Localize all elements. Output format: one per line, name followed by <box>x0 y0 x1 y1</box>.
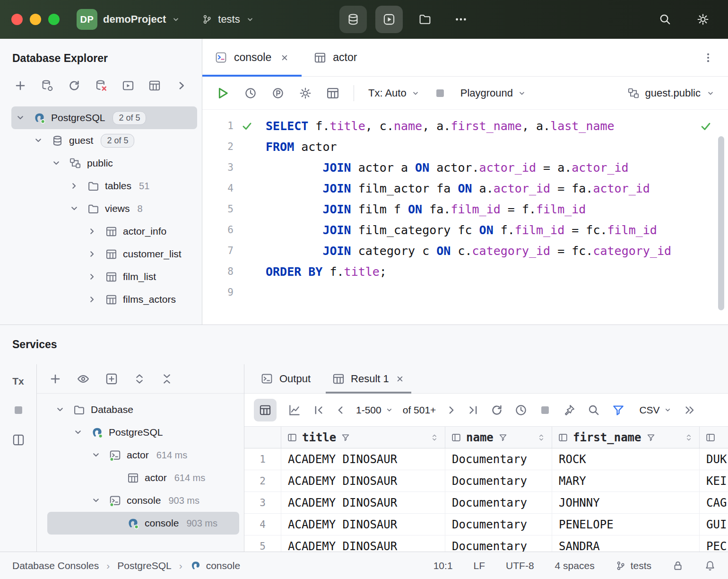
code-line-6[interactable]: 6 JOIN film_category fc ON f.film_id = f… <box>202 219 728 240</box>
run-widget-button[interactable] <box>375 6 403 33</box>
chevron-right-icon[interactable] <box>83 226 101 237</box>
table-cell[interactable]: ACADEMY DINOSAUR <box>281 470 445 491</box>
database-tool-button[interactable] <box>339 6 367 33</box>
table-cell[interactable]: ACADEMY DINOSAUR <box>281 492 445 513</box>
write-protect-button[interactable] <box>672 560 684 571</box>
chevron-down-icon[interactable] <box>65 203 83 214</box>
table-cell[interactable]: ACADEMY DINOSAUR <box>281 535 445 552</box>
chevron-right-icon[interactable] <box>65 181 83 191</box>
show-options-eye-button[interactable] <box>77 372 90 386</box>
export-format-select[interactable]: CSV <box>639 404 671 416</box>
chevron-down-icon[interactable] <box>51 404 69 415</box>
sort-column-icon[interactable] <box>430 433 439 442</box>
branch-widget[interactable]: tests <box>615 560 651 571</box>
table-cell[interactable]: PEC <box>700 535 728 552</box>
column-header-partial[interactable] <box>700 427 728 448</box>
chevron-down-icon[interactable] <box>11 113 29 123</box>
find-in-grid-button[interactable] <box>587 404 600 417</box>
breadcrumb-item[interactable]: Database Consoles <box>12 560 99 571</box>
chevron-right-icon[interactable] <box>83 294 101 305</box>
add-data-source-button[interactable] <box>14 79 26 92</box>
playground-select[interactable]: Playground <box>460 87 526 99</box>
table-cell[interactable]: Documentary <box>445 514 552 535</box>
parameters-button[interactable] <box>271 87 285 100</box>
chevron-down-icon[interactable] <box>47 158 65 168</box>
table-view-button[interactable] <box>148 79 161 92</box>
code-line-9[interactable]: 9 <box>202 282 728 303</box>
tab-result-1[interactable]: Result 1 <box>323 364 414 393</box>
breadcrumb-item[interactable]: PostgreSQL <box>104 560 171 571</box>
more-actions-button[interactable] <box>447 6 475 33</box>
tx-toggle-button[interactable]: Tx <box>12 376 24 387</box>
table-cell[interactable]: ACADEMY DINOSAUR <box>281 514 445 535</box>
tree-item-actor[interactable]: actor614 ms <box>37 466 244 489</box>
notifications-button[interactable] <box>704 560 716 571</box>
project-selector[interactable]: DP demoProject <box>77 9 180 30</box>
table-cell[interactable]: CAG <box>700 492 728 513</box>
grid-view-button[interactable] <box>254 399 277 421</box>
table-cell[interactable]: Documentary <box>445 492 552 513</box>
table-row[interactable]: 5ACADEMY DINOSAURDocumentarySANDRAPEC <box>244 535 728 552</box>
tree-item-console[interactable]: console903 ms <box>47 512 239 535</box>
sort-column-icon[interactable] <box>537 433 546 442</box>
table-cell[interactable]: KEI <box>700 470 728 491</box>
table-cell[interactable]: Documentary <box>445 448 552 470</box>
settings-button[interactable] <box>689 6 717 33</box>
tree-item-customer-list[interactable]: customer_list <box>0 243 202 265</box>
code-line-4[interactable]: 4 JOIN film_actor fa ON a.actor_id = fa.… <box>202 178 728 199</box>
execution-time-button[interactable] <box>514 404 528 417</box>
code-line-8[interactable]: 8ORDER BY f.title; <box>202 261 728 282</box>
console-settings-button[interactable] <box>299 87 312 100</box>
tx-mode-select[interactable]: Tx: Auto <box>368 87 420 99</box>
tree-item-postgresql[interactable]: PostgreSQL <box>37 421 244 444</box>
column-header-name[interactable]: name <box>445 427 552 448</box>
table-cell[interactable]: GUI <box>700 514 728 535</box>
code-line-3[interactable]: 3 JOIN actor a ON actor.actor_id = a.act… <box>202 157 728 178</box>
more-toolbar-chevrons-button[interactable] <box>683 404 695 416</box>
table-cell[interactable]: Documentary <box>445 535 552 552</box>
tree-item-console[interactable]: console903 ms <box>37 489 244 512</box>
schema-switcher[interactable]: guest.public <box>627 87 715 99</box>
breadcrumb-item[interactable]: console <box>176 560 240 571</box>
previous-page-button[interactable] <box>334 404 347 416</box>
table-cell[interactable]: JOHNNY <box>552 492 700 513</box>
stop-process-button[interactable] <box>12 404 25 416</box>
analysis-ok-icon[interactable] <box>700 120 712 132</box>
line-separator-widget[interactable]: LF <box>474 560 485 571</box>
table-row[interactable]: 1ACADEMY DINOSAURDocumentaryROCKDUK <box>244 448 728 470</box>
caret-position-widget[interactable]: 10:1 <box>433 560 453 571</box>
table-cell[interactable]: ROCK <box>552 448 700 470</box>
tree-item-database[interactable]: Database <box>37 398 244 421</box>
filter-column-icon[interactable] <box>646 433 656 442</box>
filter-rows-button[interactable] <box>612 404 625 417</box>
chevron-right-icon[interactable] <box>83 249 101 259</box>
chevron-down-icon[interactable] <box>69 427 87 438</box>
tab-output[interactable]: Output <box>251 364 320 393</box>
column-header-title[interactable]: title <box>281 427 445 448</box>
sort-column-icon[interactable] <box>684 433 693 442</box>
close-tab-button[interactable] <box>395 374 405 384</box>
tree-item-tables[interactable]: tables51 <box>0 175 202 197</box>
expand-all-button[interactable] <box>133 373 146 385</box>
encoding-widget[interactable]: UTF-8 <box>506 560 534 571</box>
add-service-button[interactable] <box>49 373 61 385</box>
table-row[interactable]: 2ACADEMY DINOSAURDocumentaryMARYKEI <box>244 470 728 492</box>
zoom-window-button[interactable] <box>48 14 60 25</box>
editor-scrollbar[interactable] <box>718 136 724 310</box>
data-source-properties-button[interactable] <box>41 79 54 92</box>
edit-as-table-button[interactable] <box>326 87 339 100</box>
table-cell[interactable]: PENELOPE <box>552 514 700 535</box>
filter-column-icon[interactable] <box>498 433 508 442</box>
close-tab-button[interactable] <box>280 53 289 62</box>
disconnect-button[interactable] <box>95 79 108 92</box>
editor-options-button[interactable] <box>702 39 728 76</box>
tree-item-postgresql[interactable]: PostgreSQL2 of 5 <box>11 106 197 129</box>
tree-item-films-actors[interactable]: films_actors <box>0 288 202 311</box>
chevron-down-icon[interactable] <box>29 135 47 146</box>
search-everywhere-button[interactable] <box>651 6 679 33</box>
table-cell[interactable]: Documentary <box>445 470 552 491</box>
tree-item-actor[interactable]: actor614 ms <box>37 444 244 466</box>
run-query-button[interactable] <box>216 86 230 100</box>
next-page-button[interactable] <box>445 404 458 416</box>
page-range-select[interactable]: 1-500 <box>356 404 393 416</box>
